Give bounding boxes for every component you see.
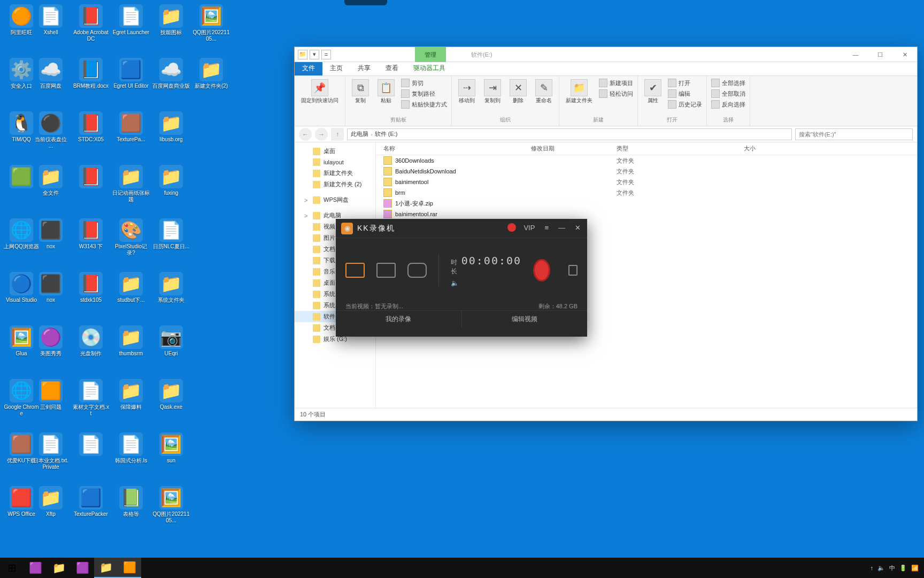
record-button[interactable]: [533, 259, 550, 282]
maximize-button[interactable]: ☐: [868, 47, 892, 62]
qat-icon[interactable]: ▾: [310, 50, 319, 59]
delete-button[interactable]: ✕删除: [507, 78, 529, 105]
desktop-icon[interactable]: 📁studbut下...: [112, 272, 150, 303]
tab-view[interactable]: 查看: [378, 61, 406, 75]
cut-button[interactable]: 剪切: [401, 78, 447, 88]
qat-icon[interactable]: =: [321, 50, 331, 59]
desktop-icon[interactable]: 📄日历NLC夏日...: [152, 218, 190, 250]
copy-button[interactable]: ⧉复制: [350, 78, 371, 105]
desktop-icon[interactable]: 🟦TexturePacker: [72, 486, 110, 518]
move-to-button[interactable]: ⇢移动到: [456, 78, 478, 105]
file-row[interactable]: 360Downloads文件夹: [376, 155, 917, 166]
explorer-titlebar[interactable]: 📁 ▾ = 管理 软件(E:) — ☐ ✕: [295, 47, 917, 62]
desktop-icon[interactable]: 🟣美图秀秀: [32, 325, 70, 357]
desktop-icon[interactable]: 📁技能图标: [152, 4, 190, 36]
tab-file[interactable]: 文件: [295, 61, 322, 75]
desktop-icon[interactable]: 🖼️QQ图片20221105...: [152, 486, 190, 524]
pin-quickaccess-button[interactable]: 📌固定到快速访问: [299, 78, 341, 105]
desktop-icon[interactable]: ⬛nox: [32, 272, 70, 303]
paste-button[interactable]: 📋粘贴: [375, 78, 397, 105]
invert-selection-button[interactable]: 反向选择: [711, 100, 745, 109]
screenshot-button[interactable]: [568, 265, 578, 276]
close-button[interactable]: ✕: [892, 47, 917, 62]
taskbar-item-explorer[interactable]: 📁: [94, 558, 118, 578]
desktop-icon[interactable]: 📁Xftp: [32, 486, 70, 518]
file-row[interactable]: BaiduNetdiskDownload文件夹: [376, 166, 917, 177]
history-button[interactable]: 历史记录: [668, 100, 702, 109]
search-input[interactable]: [795, 128, 913, 140]
copy-to-button[interactable]: ⇥复制到: [482, 78, 503, 105]
minimize-button[interactable]: —: [556, 224, 567, 232]
col-type[interactable]: 类型: [617, 144, 702, 153]
desktop-icon[interactable]: 📄日本业文档.txt.Private: [32, 432, 70, 470]
file-row[interactable]: bainimentool文件夹: [376, 177, 917, 187]
tray-icon[interactable]: 🔈: [877, 565, 885, 572]
desktop-icon[interactable]: 📁thumbsrm: [112, 325, 150, 357]
desktop-icon[interactable]: 🖼️sun: [152, 432, 190, 464]
deselect-button[interactable]: 全部取消: [711, 89, 745, 98]
volume-icon[interactable]: 🔈: [451, 279, 521, 287]
file-row[interactable]: brm文件夹: [376, 187, 917, 198]
desktop-icon[interactable]: 📄Egret Launcher: [112, 4, 150, 36]
mode-game[interactable]: [407, 263, 427, 278]
tray-icon[interactable]: 🔋: [899, 565, 907, 572]
settings-icon[interactable]: ≡: [542, 224, 551, 232]
tray-icon[interactable]: 📶: [911, 565, 919, 572]
desktop-icon[interactable]: 🖼️QQ图片20221105...: [192, 4, 230, 42]
tray-ime[interactable]: 中: [889, 564, 895, 572]
desktop-icon[interactable]: 📗表格等: [112, 486, 150, 518]
desktop-icon[interactable]: ⚫当前仪表盘位 ...: [32, 111, 70, 149]
mode-fullscreen[interactable]: [376, 263, 396, 278]
close-button[interactable]: ✕: [573, 224, 583, 232]
desktop-icon[interactable]: 📁libusb.org: [152, 111, 190, 143]
easy-access-button[interactable]: 轻松访问: [599, 89, 633, 98]
system-tray[interactable]: ↑ 🔈 中 🔋 📶: [865, 564, 925, 572]
desktop-icon[interactable]: 📘BRM教程.docx: [72, 58, 110, 89]
tray-icon[interactable]: ↑: [871, 565, 874, 571]
desktop-icon[interactable]: ⬛nox: [32, 218, 70, 250]
new-item-button[interactable]: 新建项目: [599, 78, 633, 88]
mode-region[interactable]: [345, 263, 365, 278]
tab-home[interactable]: 主页: [322, 61, 350, 75]
desktop-icon[interactable]: 📄Xshell: [32, 4, 70, 36]
desktop-icon[interactable]: 🟫TexturePa...: [112, 111, 150, 143]
col-name[interactable]: 名称: [376, 144, 531, 153]
desktop-icon[interactable]: 🟦Egret UI Editor: [112, 58, 150, 89]
qat-icon[interactable]: 📁: [298, 50, 307, 59]
copy-path-button[interactable]: 复制路径: [401, 89, 447, 98]
paste-shortcut-button[interactable]: 粘贴快捷方式: [401, 100, 447, 109]
nav-item[interactable]: 桌面: [295, 146, 375, 157]
new-folder-button[interactable]: 📁新建文件夹: [564, 78, 595, 105]
nav-item[interactable]: 新建文件夹: [295, 168, 375, 179]
tab-share[interactable]: 共享: [350, 61, 378, 75]
desktop-icon[interactable]: 📁系统文件夹: [152, 272, 190, 303]
col-date[interactable]: 修改日期: [531, 144, 617, 153]
vip-button[interactable]: VIP: [521, 224, 537, 232]
desktop-icon[interactable]: 📕stdxk105: [72, 272, 110, 303]
taskbar-item[interactable]: 📁: [47, 558, 71, 578]
open-button[interactable]: 打开: [668, 78, 702, 88]
select-all-button[interactable]: 全部选择: [711, 78, 745, 88]
nav-item[interactable]: 新建文件夹 (2): [295, 179, 375, 190]
up-button[interactable]: ↑: [331, 128, 344, 141]
desktop-icon[interactable]: 📁新建文件夹(2): [192, 58, 230, 89]
taskbar-item[interactable]: 🟪: [24, 558, 47, 578]
file-row[interactable]: bainimentool.rar: [376, 209, 917, 219]
column-headers[interactable]: 名称 修改日期 类型 大小: [376, 142, 917, 155]
desktop-icon[interactable]: 🟧三剑问题: [32, 379, 70, 410]
desktop-icon[interactable]: ☁️百度网盘商业版: [152, 58, 190, 89]
edit-button[interactable]: 编辑: [668, 89, 702, 98]
desktop-icon[interactable]: 📕Adobe Acrobat DC: [72, 4, 110, 42]
desktop-icon[interactable]: 📄韩国式分析.Is: [112, 432, 150, 464]
desktop-icon[interactable]: 📁保障爆料: [112, 379, 150, 410]
recorder-window[interactable]: ◉ KK录像机 VIP ≡ — ✕ 时长 00:00:00 🔈 当前视频：暂无录…: [336, 219, 587, 337]
desktop-icon[interactable]: 📕W3143 下: [72, 218, 110, 250]
minimize-button[interactable]: —: [843, 47, 868, 62]
col-size[interactable]: 大小: [702, 144, 766, 153]
nav-item[interactable]: >WPS网盘: [295, 194, 375, 206]
desktop-icon[interactable]: 🎨PixelStudio记录?: [112, 218, 150, 256]
taskbar[interactable]: ⊞ 🟪 📁 🟪 📁 🟧 ↑ 🔈 中 🔋 📶: [0, 558, 924, 578]
contextual-tab[interactable]: 管理: [415, 47, 446, 62]
desktop-icon[interactable]: 📁全文件: [32, 165, 70, 196]
tab-drive-tools[interactable]: 驱动器工具: [406, 61, 453, 75]
